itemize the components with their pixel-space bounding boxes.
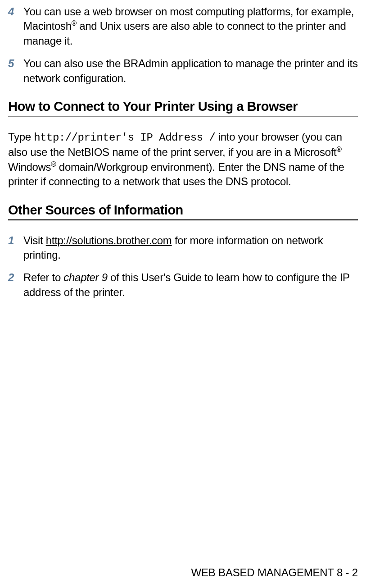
- url-code: http://printer's IP Address /: [34, 132, 215, 144]
- list-text: You can also use the BRAdmin application…: [23, 56, 358, 86]
- list-number: 5: [8, 56, 23, 86]
- list-text: Visit http://solutions.brother.com for m…: [23, 233, 358, 263]
- list-number: 2: [8, 270, 23, 300]
- heading-rule: [8, 219, 358, 221]
- list-item-1: 1 Visit http://solutions.brother.com for…: [8, 233, 358, 263]
- registered-mark: ®: [336, 146, 341, 153]
- list-item-4: 4 You can use a web browser on most comp…: [8, 5, 358, 48]
- list-item-2: 2 Refer to chapter 9 of this User's Guid…: [8, 270, 358, 300]
- registered-mark: ®: [72, 19, 77, 27]
- heading-rule: [8, 116, 358, 117]
- heading-connect: How to Connect to Your Printer Using a B…: [8, 99, 358, 114]
- heading-other-sources: Other Sources of Information: [8, 203, 358, 218]
- list-number: 1: [8, 233, 23, 263]
- list-text: Refer to chapter 9 of this User's Guide …: [23, 270, 358, 300]
- list-item-5: 5 You can also use the BRAdmin applicati…: [8, 56, 358, 86]
- list-text: You can use a web browser on most comput…: [23, 5, 358, 48]
- page-footer: WEB BASED MANAGEMENT 8 - 2: [191, 566, 358, 579]
- chapter-reference: chapter 9: [63, 271, 107, 283]
- registered-mark: ®: [51, 160, 56, 168]
- paragraph-connect: Type http://printer's IP Address / into …: [8, 130, 358, 189]
- solutions-link[interactable]: http://solutions.brother.com: [46, 234, 172, 246]
- list-number: 4: [8, 5, 23, 48]
